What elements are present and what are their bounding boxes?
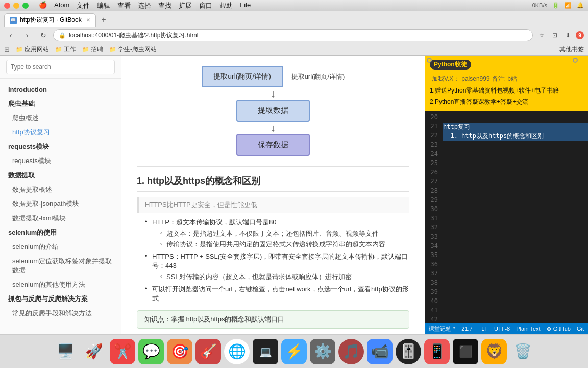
line-number: 25 [425, 159, 443, 169]
code-line: 22 1. http以及https的概念和区别 [425, 132, 588, 141]
line-content [443, 261, 588, 270]
list-item: HTTPS：HTTP + SSL(安全套接字层)，即带有安全套接字层的超文本传输… [145, 252, 409, 282]
sidebar-item-jsonpath[interactable]: 数据提取-jsonpath模块 [0, 197, 121, 211]
apple-menu[interactable]: 🍎 [39, 1, 47, 10]
minimize-button[interactable] [13, 3, 19, 9]
select-menu[interactable]: 选择 [138, 1, 151, 10]
back-button[interactable]: ‹ [4, 29, 17, 42]
download-icon[interactable]: ⬇ [562, 30, 574, 41]
sidebar-item-crawler-overview[interactable]: 爬虫概述 [0, 111, 121, 125]
dock-video[interactable]: 📹 [367, 339, 393, 364]
find-menu[interactable]: 查找 [158, 1, 172, 10]
ad-wechat: 加我V.X：paisen999备注: b站 [430, 72, 583, 83]
view-menu[interactable]: 查看 [117, 1, 131, 10]
dock-music[interactable]: 🎵 [338, 339, 364, 364]
dock-app8[interactable]: ⚡ [281, 339, 307, 364]
bookmark-other[interactable]: 其他书签 [559, 45, 584, 54]
flowchart-main: ↓ 提取数据 ↓ 保存数据 [137, 87, 409, 156]
search-input[interactable] [6, 60, 115, 74]
dock-launchpad[interactable]: 🚀 [81, 339, 107, 364]
dock-trash[interactable]: 🗑️ [510, 339, 535, 364]
sidebar-item-lxml[interactable]: 数据提取-lxml模块 [0, 211, 121, 225]
line-content [443, 242, 588, 251]
screen-icon[interactable]: ⊡ [549, 30, 560, 41]
dock-app9[interactable]: ⚙️ [310, 339, 335, 364]
maximize-button[interactable] [22, 3, 29, 9]
code-line: 20 [425, 113, 588, 123]
line-number: 20 [425, 113, 443, 123]
dock-app13[interactable]: 📱 [424, 339, 450, 364]
git-status[interactable]: Git [577, 326, 584, 332]
notification-badge[interactable]: 9 [576, 31, 584, 39]
dock-finder[interactable]: 🖥️ [53, 339, 78, 364]
vcs-status[interactable]: ⊛ GitHub [547, 326, 571, 332]
line-content [443, 150, 588, 159]
sidebar-item-http[interactable]: http协议复习 [0, 125, 121, 140]
sidebar-item-selenium-locate[interactable]: selenium定位获取标签对象并提取数据 [0, 254, 121, 278]
sidebar-item-anti-methods[interactable]: 常见的反爬手段和解决方法 [0, 306, 121, 320]
file-menu[interactable]: 文件 [77, 1, 90, 10]
code-line: 31 [425, 215, 588, 224]
extend-menu[interactable]: 扩展 [179, 1, 192, 10]
browser-tab[interactable]: 📖 http协议复习 · GitBook ✕ [4, 13, 96, 27]
dock-app5[interactable]: 🎸 [195, 339, 221, 364]
charset-status[interactable]: UTF-8 [494, 326, 510, 332]
dock-pycharm[interactable]: 💻 [253, 339, 278, 364]
line-number: 41 [425, 307, 443, 316]
sidebar-item-requests[interactable]: requests模块 [0, 154, 121, 168]
lf-status[interactable]: LF [481, 326, 488, 332]
sidebar-item-data-overview[interactable]: 数据提取概述 [0, 182, 121, 197]
bookmark-label: 应用网站 [24, 45, 49, 54]
filename-status[interactable]: 课堂记笔 * [429, 325, 455, 333]
line-number: 28 [425, 187, 443, 196]
code-line: 23 [425, 141, 588, 150]
dock-messages[interactable]: 💬 [138, 339, 164, 364]
atom-menu[interactable]: Atom [54, 1, 69, 10]
url-bar[interactable]: 🔒 localhost:4000/01-爬虫基础/2.http协议复习.html [53, 29, 533, 41]
code-line: 34 [425, 242, 588, 251]
dock-obs[interactable]: 🎚️ [396, 339, 421, 364]
line-number: 23 [425, 141, 443, 150]
line-number: 31 [425, 215, 443, 224]
edit-menu[interactable]: 编辑 [97, 1, 110, 10]
status-bar: 课堂记笔 * 21:7 LF UTF-8 Plain Text ⊛ GitHub… [425, 323, 588, 334]
refresh-button[interactable]: ↻ [37, 29, 50, 42]
sidebar-group-crawler[interactable]: 爬虫基础 [0, 97, 121, 111]
tab-close-button[interactable]: ✕ [86, 17, 90, 23]
window-menu[interactable]: 窗口 [199, 1, 212, 10]
star-icon[interactable]: ☆ [536, 30, 547, 41]
system-icons: 0KB/s🔋📶🔔 [532, 2, 584, 9]
line-content [443, 279, 588, 288]
sidebar-group-data[interactable]: 数据提取 [0, 168, 121, 182]
code-lines[interactable]: 2021http复习22 1. http以及https的概念和区别2324252… [425, 111, 588, 323]
dock-chrome[interactable]: 🌐 [224, 339, 250, 364]
sidebar-item-selenium-other[interactable]: selenium的其他使用方法 [0, 278, 121, 292]
syntax-status[interactable]: Plain Text [516, 326, 541, 332]
help-menu[interactable]: 帮助 [219, 1, 233, 10]
dock-app4[interactable]: 🎯 [167, 339, 192, 364]
cursor-status[interactable]: 21:7 [461, 326, 472, 332]
forward-button[interactable]: › [20, 29, 34, 42]
sidebar-item-introduction[interactable]: Introduction [0, 83, 121, 97]
bookmark-students[interactable]: 📁 学生-爬虫网站 [109, 45, 157, 54]
menu-bar: 🍎 Atom 文件 编辑 查看 选择 查找 扩展 窗口 帮助 File [39, 1, 251, 10]
bookmark-apps[interactable]: 📁 应用网站 [16, 45, 49, 54]
sidebar-item-selenium-intro[interactable]: selenium的介绍 [0, 240, 121, 254]
dock-scissors[interactable]: ✂️ [110, 339, 135, 364]
bookmark-label: 其他书签 [559, 45, 584, 54]
line-number: 37 [425, 270, 443, 279]
flow-arrow-2: ↓ [271, 122, 276, 134]
new-tab-button[interactable]: + [98, 14, 109, 26]
bookmark-work[interactable]: 📁 工作 [55, 45, 76, 54]
code-line: 33 [425, 233, 588, 242]
file-menu-en[interactable]: File [240, 1, 251, 10]
sidebar-group-requests[interactable]: requests模块 [0, 140, 121, 154]
bookmarks-bar: ⊞ 📁 应用网站 📁 工作 📁 招聘 📁 学生-爬虫网站 其他书签 [0, 44, 588, 55]
github-icon: ⊛ [547, 326, 551, 332]
bookmark-jobs[interactable]: 📁 招聘 [82, 45, 103, 54]
sidebar-group-anti-crawl[interactable]: 抓包与反爬与反爬解决方案 [0, 292, 121, 306]
dock-terminal[interactable]: ⬛ [453, 339, 478, 364]
close-button[interactable] [4, 3, 10, 9]
dock-app15[interactable]: 🦁 [481, 339, 507, 364]
sidebar-group-selenium[interactable]: selenium的使用 [0, 225, 121, 240]
